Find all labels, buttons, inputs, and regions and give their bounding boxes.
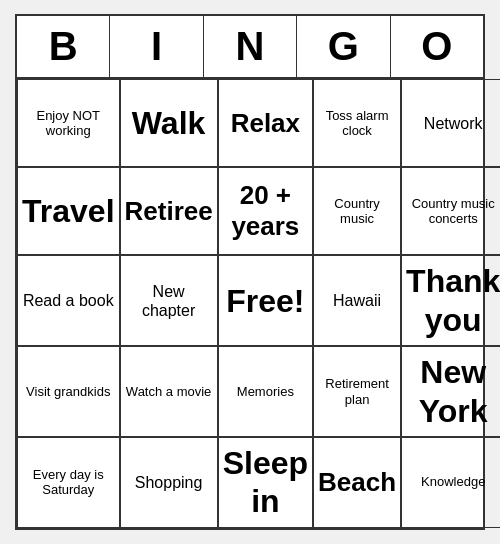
cell-18: Retirement plan [313, 346, 401, 437]
cell-10: Read a book [17, 255, 120, 346]
header-letter-o: O [391, 16, 483, 77]
cell-14: Thank you [401, 255, 500, 346]
cell-9: Country music concerts [401, 167, 500, 255]
cell-7: 20 + years [218, 167, 313, 255]
cell-20: Every day is Saturday [17, 437, 120, 528]
cell-2: Relax [218, 79, 313, 167]
cell-15: Visit grandkids [17, 346, 120, 437]
header-letter-b: B [17, 16, 110, 77]
cell-17: Memories [218, 346, 313, 437]
cell-24: Knowledge [401, 437, 500, 528]
cell-23: Beach [313, 437, 401, 528]
cell-8: Country music [313, 167, 401, 255]
header-letter-i: I [110, 16, 203, 77]
cell-6: Retiree [120, 167, 218, 255]
cell-12: Free! [218, 255, 313, 346]
cell-11: New chapter [120, 255, 218, 346]
header-letter-n: N [204, 16, 297, 77]
bingo-header: BINGO [17, 16, 483, 77]
cell-22: Sleep in [218, 437, 313, 528]
cell-1: Walk [120, 79, 218, 167]
bingo-grid: Enjoy NOT workingWalkRelaxToss alarm clo… [17, 77, 483, 527]
cell-5: Travel [17, 167, 120, 255]
cell-13: Hawaii [313, 255, 401, 346]
cell-4: Network [401, 79, 500, 167]
bingo-card: BINGO Enjoy NOT workingWalkRelaxToss ala… [15, 14, 485, 529]
cell-21: Shopping [120, 437, 218, 528]
cell-3: Toss alarm clock [313, 79, 401, 167]
cell-16: Watch a movie [120, 346, 218, 437]
header-letter-g: G [297, 16, 390, 77]
cell-19: New York [401, 346, 500, 437]
cell-0: Enjoy NOT working [17, 79, 120, 167]
